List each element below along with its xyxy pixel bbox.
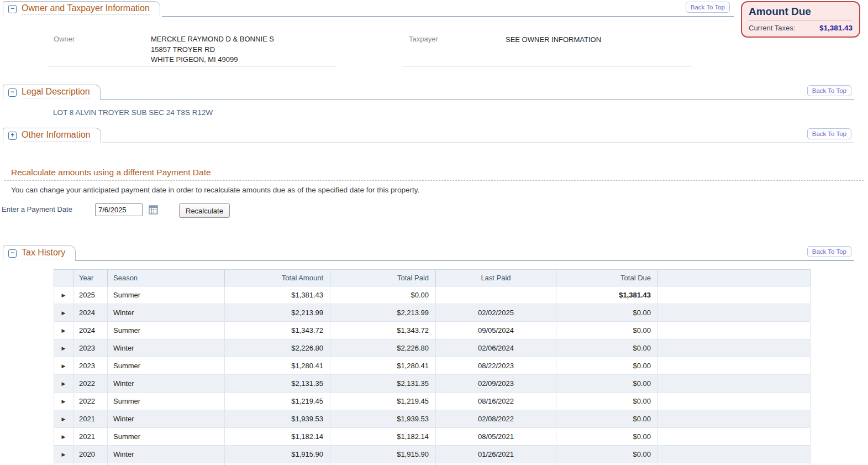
row-expander-icon[interactable]: ▶	[54, 393, 73, 410]
header-expander	[54, 270, 73, 286]
owner-label: Owner	[54, 35, 75, 43]
cell-total-due: $0.00	[556, 339, 658, 357]
payment-date-input[interactable]	[95, 203, 143, 216]
cell-filler	[658, 428, 811, 446]
table-row: ▶2023Winter$2,226.80$2,226.8002/06/2024$…	[54, 339, 811, 357]
cell-total-due: $0.00	[556, 393, 658, 410]
section-divider-line	[99, 100, 854, 100]
cell-season: Winter	[108, 339, 225, 357]
amount-due-title: Amount Due	[749, 6, 853, 18]
section-divider-line	[73, 260, 854, 261]
cell-total-paid: $1,343.72	[330, 322, 436, 339]
cell-total-paid: $2,213.99	[330, 304, 436, 322]
collapse-icon[interactable]: −	[8, 249, 17, 258]
cell-total-due: $0.00	[556, 304, 658, 322]
row-expander-icon[interactable]: ▶	[54, 375, 73, 393]
cell-total-paid: $1,167.14	[330, 463, 436, 465]
cell-year: 2021	[73, 428, 108, 446]
section-title: Tax History	[22, 248, 65, 259]
back-to-top-button[interactable]: Back To Top	[807, 128, 851, 139]
cell-year: 2024	[73, 322, 108, 339]
cell-total-due: $0.00	[556, 463, 658, 465]
owner-line-3: WHITE PIGEON, MI 49099	[151, 55, 274, 65]
cell-season: Summer	[108, 393, 225, 410]
cell-total-paid: $2,226.80	[330, 339, 436, 357]
cell-total-amount: $1,343.72	[225, 322, 330, 339]
tab-other-information[interactable]: + Other Information	[3, 128, 101, 143]
table-row: ▶2025Summer$1,381.43$0.00$1,381.43	[54, 286, 811, 304]
row-expander-icon[interactable]: ▶	[54, 286, 73, 304]
cell-total-due: $0.00	[556, 375, 658, 393]
dotted-divider	[4, 180, 864, 181]
cell-last-paid: 02/08/2022	[436, 410, 556, 428]
cell-total-amount: $1,219.45	[225, 393, 330, 410]
cell-total-amount: $1,167.14	[225, 463, 330, 465]
back-to-top-button[interactable]: Back To Top	[807, 85, 851, 96]
owner-value: MERCKLE RAYMOND D & BONNIE S 15857 TROYE…	[151, 34, 274, 65]
owner-line-2: 15857 TROYER RD	[151, 45, 274, 55]
cell-filler	[658, 410, 811, 428]
cell-last-paid: 09/05/2024	[436, 322, 556, 339]
legal-section-header: − Legal Description Back To Top	[0, 83, 868, 100]
header-total-due: Total Due	[556, 270, 658, 286]
header-filler	[658, 270, 811, 286]
current-taxes-value: $1,381.43	[819, 24, 853, 32]
other-info-section-header: + Other Information Back To Top	[0, 127, 868, 143]
owner-line-1: MERCKLE RAYMOND D & BONNIE S	[151, 34, 274, 45]
row-expander-icon[interactable]: ▶	[54, 357, 73, 375]
cell-total-due: $0.00	[556, 410, 658, 428]
section-divider-line	[102, 143, 854, 143]
header-total-paid: Total Paid	[330, 270, 436, 286]
payment-date-label: Enter a Payment Date	[2, 205, 72, 213]
cell-season: Winter	[108, 304, 225, 322]
table-row: ▶2021Winter$1,939.53$1,939.5302/08/2022$…	[54, 410, 811, 428]
tab-legal-description[interactable]: − Legal Description	[3, 85, 101, 100]
back-to-top-button[interactable]: Back To Top	[686, 2, 730, 13]
taxpayer-value: SEE OWNER INFORMATION	[506, 35, 601, 45]
collapse-icon[interactable]: −	[8, 5, 17, 13]
cell-filler	[658, 446, 811, 463]
current-taxes-label: Current Taxes:	[749, 24, 795, 32]
row-expander-icon[interactable]: ▶	[54, 428, 73, 446]
cell-filler	[658, 393, 811, 410]
table-row: ▶2021Summer$1,182.14$1,182.1408/05/2021$…	[54, 428, 811, 446]
row-expander-icon[interactable]: ▶	[54, 339, 73, 357]
row-expander-icon[interactable]: ▶	[54, 322, 73, 339]
section-title: Owner and Taxpayer Information	[22, 3, 150, 15]
cell-total-paid: $1,182.14	[330, 428, 436, 446]
cell-total-amount: $2,213.99	[225, 304, 330, 322]
table-row: ▶2020Winter$1,915.90$1,915.9001/26/2021$…	[54, 446, 811, 463]
cell-season: Winter	[108, 410, 225, 428]
tax-history-section-header: − Tax History Back To Top	[0, 244, 868, 261]
calendar-icon[interactable]	[149, 205, 158, 215]
row-expander-icon[interactable]: ▶	[54, 446, 73, 463]
cell-total-paid: $0.00	[330, 286, 436, 304]
legal-description-text: LOT 8 ALVIN TROYER SUB SEC 24 T8S R12W	[53, 108, 213, 117]
table-row: ▶2024Winter$2,213.99$2,213.9902/02/2025$…	[54, 304, 811, 322]
table-row: ▶2023Summer$1,280.41$1,280.4108/22/2023$…	[54, 357, 811, 375]
row-expander-icon[interactable]: ▶	[54, 304, 73, 322]
recalculate-button[interactable]: Recalculate	[179, 203, 230, 218]
section-title: Legal Description	[22, 87, 90, 98]
cell-total-amount: $1,939.53	[225, 410, 330, 428]
owner-underline	[47, 66, 337, 66]
taxpayer-underline	[402, 66, 692, 66]
tab-owner-taxpayer[interactable]: − Owner and Taxpayer Information	[3, 1, 160, 17]
cell-season: Winter	[108, 446, 225, 463]
row-expander-icon[interactable]: ▶	[54, 410, 73, 428]
cell-last-paid: 02/09/2023	[436, 375, 556, 393]
cell-year: 2022	[73, 393, 108, 410]
cell-last-paid: 01/26/2021	[436, 446, 556, 463]
header-total-amount: Total Amount	[225, 270, 330, 286]
cell-filler	[658, 375, 811, 393]
back-to-top-button[interactable]: Back To Top	[807, 246, 851, 257]
cell-year: 2024	[73, 304, 108, 322]
collapse-icon[interactable]: −	[8, 88, 17, 97]
cell-total-amount: $1,280.41	[225, 357, 330, 375]
cell-last-paid: 08/16/2022	[436, 393, 556, 410]
tab-tax-history[interactable]: − Tax History	[3, 245, 76, 261]
expand-icon[interactable]: +	[8, 132, 17, 140]
row-expander-icon[interactable]: ▶	[54, 463, 73, 465]
cell-total-paid: $1,280.41	[330, 357, 436, 375]
cell-year: 2023	[73, 339, 108, 357]
